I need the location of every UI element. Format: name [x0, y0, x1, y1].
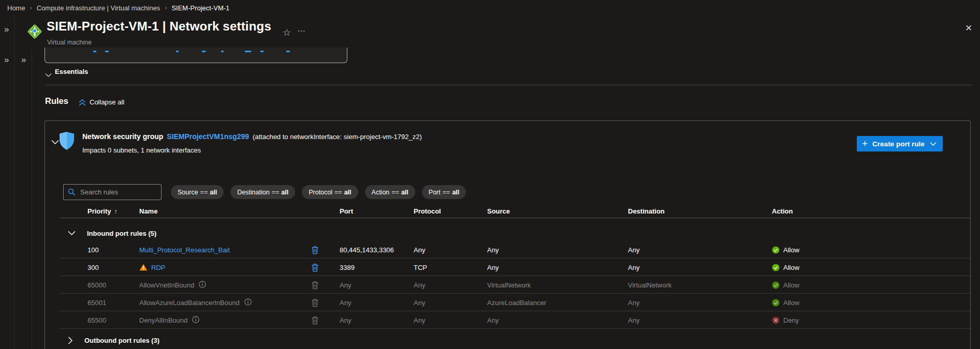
chevron-right-icon: [68, 337, 73, 344]
nsg-description: Network security group SIEMProjectVM1nsg…: [82, 133, 422, 140]
breadcrumb-separator: ›: [30, 4, 32, 11]
rule-name-link[interactable]: RDP: [151, 264, 165, 271]
search-rules-box[interactable]: [63, 184, 162, 200]
deny-icon: [772, 316, 780, 324]
essentials-toggle[interactable]: Essentials: [55, 68, 88, 75]
nsg-attached-suffix: ): [419, 133, 421, 141]
rule-destination: Any: [628, 299, 772, 307]
header-protocol: Protocol: [414, 207, 487, 215]
allow-icon: [772, 264, 780, 271]
rule-name: AllowVnetInBound: [139, 281, 194, 289]
trash-icon: [311, 281, 319, 290]
toolbar-clipped-item: [93, 51, 96, 52]
filter-pill-source[interactable]: Source==all: [171, 185, 224, 199]
rule-name-link[interactable]: Multi_Protocol_Research_Bait: [139, 246, 230, 254]
rule-priority: 300: [87, 264, 139, 271]
filter-pill-destination[interactable]: Destination==all: [230, 185, 295, 199]
allow-icon: [772, 246, 780, 254]
table-row[interactable]: 100 Multi_Protocol_Research_Bait 80,445,…: [45, 241, 970, 259]
breadcrumb-separator: ›: [165, 4, 167, 11]
trash-icon: [311, 263, 319, 272]
inbound-rules-group-toggle[interactable]: Inbound port rules (5): [45, 225, 970, 241]
breadcrumb-current-vm: SIEM-Project-VM-1: [171, 4, 229, 12]
filter-pills: Source==all Destination==all Protocol==a…: [171, 185, 466, 199]
divider: [45, 85, 972, 85]
collapse-all-icon[interactable]: [78, 99, 86, 109]
outbound-rules-label: Outbound port rules (3): [84, 337, 159, 344]
filter-pill-port[interactable]: Port==all: [422, 185, 466, 199]
nsg-name-link[interactable]: SIEMProjectVM1nsg299: [167, 132, 249, 141]
outbound-rules-group-toggle[interactable]: Outbound port rules (3): [45, 331, 970, 349]
trash-icon: [311, 316, 319, 325]
delete-rule-button[interactable]: [311, 263, 340, 272]
expand-menu-chevron[interactable]: »: [21, 55, 26, 64]
rule-protocol: Any: [414, 246, 487, 254]
rule-source: Any: [487, 246, 628, 254]
rule-port: Any: [340, 316, 414, 324]
rule-action: Allow: [772, 281, 970, 289]
rule-name: AllowAzureLoadBalancerInBound: [139, 299, 240, 307]
nsg-expand-chevron[interactable]: [51, 138, 59, 147]
create-port-rule-label: Create port rule: [872, 140, 925, 148]
rail-divider: [32, 50, 32, 349]
rule-port: 3389: [340, 264, 414, 271]
warning-icon: [139, 264, 148, 271]
rule-action: Deny: [772, 316, 970, 324]
breadcrumb: Home › Compute infrastructure | Virtual …: [0, 0, 980, 16]
rule-priority: 65001: [87, 299, 139, 307]
table-row[interactable]: 65000 AllowVnetInBound Any Any VirtualNe…: [45, 276, 970, 294]
virtual-machine-icon: [26, 23, 43, 42]
favorite-star-icon[interactable]: ☆: [283, 27, 291, 38]
nsg-interface-link[interactable]: siem-project-vm-1792_z2: [344, 133, 420, 141]
rule-protocol: TCP: [414, 264, 487, 271]
rule-destination: VirtualNetwork: [628, 281, 772, 289]
collapse-all-button[interactable]: Collapse all: [90, 98, 124, 106]
filter-pill-protocol[interactable]: Protocol==all: [302, 185, 358, 199]
toolbar-clipped-item: [202, 51, 206, 52]
toolbar-clipped-item: [286, 51, 290, 52]
expand-blade-chevron[interactable]: »: [4, 55, 9, 64]
delete-rule-button-disabled: [311, 298, 340, 307]
delete-rule-button-disabled: [311, 316, 340, 325]
rule-action: Allow: [772, 299, 970, 307]
delete-rule-button-disabled: [311, 281, 340, 290]
info-icon[interactable]: [199, 281, 206, 290]
page-title: SIEM-Project-VM-1 | Network settings: [47, 19, 271, 34]
toolbar-clipped-item: [221, 51, 224, 52]
chevron-down-icon: [68, 231, 76, 236]
breadcrumb-home[interactable]: Home: [7, 4, 25, 12]
header-destination: Destination: [628, 207, 772, 215]
header-name: Name: [139, 207, 311, 215]
search-icon: [68, 188, 76, 196]
rule-source: Any: [487, 264, 628, 271]
table-row[interactable]: 65500 DenyAllInBound Any Any Any Any Den…: [45, 311, 970, 329]
rule-destination: Any: [628, 246, 772, 254]
more-options-icon[interactable]: …: [297, 24, 306, 34]
info-icon[interactable]: [192, 316, 199, 325]
allow-icon: [772, 299, 780, 307]
table-row[interactable]: 300 RDP 3389 TCP Any Any Allow: [45, 259, 970, 276]
rule-port: Any: [340, 299, 414, 307]
chevron-down-icon: [930, 142, 937, 146]
table-header-row: Priority↑ Name Port Protocol Source Dest…: [45, 204, 970, 218]
delete-rule-button[interactable]: [311, 246, 340, 254]
rule-protocol: Any: [414, 299, 487, 307]
rule-destination: Any: [628, 316, 772, 324]
rules-section-title: Rules: [45, 96, 68, 106]
breadcrumb-virtual-machines[interactable]: Compute infrastructure | Virtual machine…: [37, 4, 160, 12]
rule-destination: Any: [628, 264, 772, 271]
info-icon[interactable]: [244, 298, 252, 307]
rule-name: DenyAllInBound: [139, 316, 187, 324]
create-port-rule-button[interactable]: + Create port rule: [857, 136, 943, 151]
close-blade-icon[interactable]: ✕: [965, 23, 972, 34]
essentials-chevron-icon[interactable]: [45, 70, 52, 80]
toolbar-clipped-item: [105, 51, 109, 52]
expand-blade-chevron[interactable]: »: [4, 25, 9, 34]
table-row[interactable]: 65001 AllowAzureLoadBalancerInBound Any …: [45, 294, 970, 311]
rule-port: Any: [340, 281, 414, 289]
trash-icon: [311, 246, 319, 254]
search-rules-input[interactable]: [79, 188, 161, 196]
inbound-rules-label: Inbound port rules (5): [87, 230, 156, 237]
filter-pill-action[interactable]: Action==all: [365, 185, 415, 199]
header-priority[interactable]: Priority↑: [87, 207, 139, 215]
